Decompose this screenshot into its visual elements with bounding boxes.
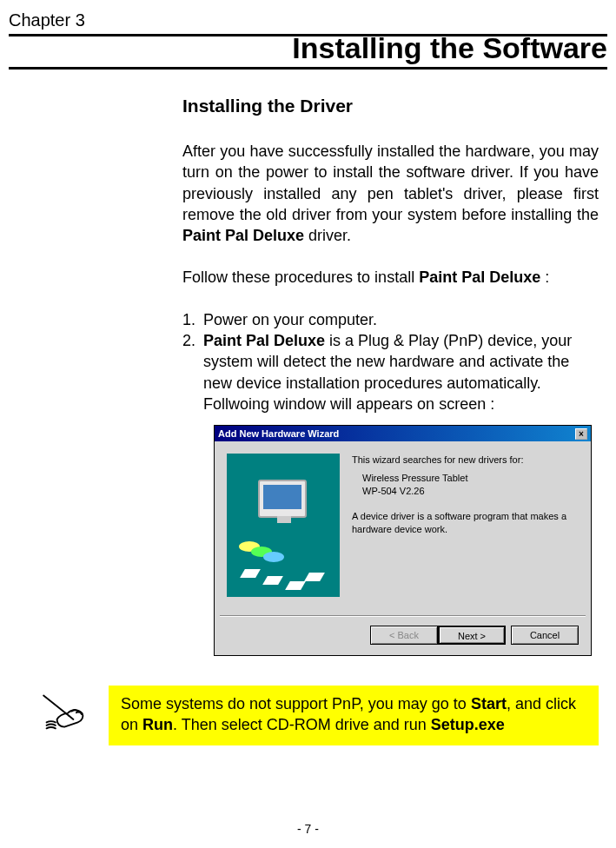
monitor-icon	[258, 480, 307, 518]
wizard-line1: This wizard searches for new drivers for…	[352, 454, 579, 467]
wizard-device1: Wireless Pressure Tablet	[362, 472, 579, 485]
divider-under-title	[9, 67, 607, 70]
wizard-illustration	[227, 454, 340, 597]
wizard-device2: WP-504 V2.26	[362, 485, 579, 498]
writing-hand-icon	[39, 691, 91, 732]
step-1-num: 1.	[182, 309, 203, 330]
wizard-body: This wizard searches for new drivers for…	[215, 441, 591, 615]
wizard-title-text: Add New Hardware Wizard	[218, 428, 339, 439]
intro-p2-bold: Paint Pal Deluxe	[419, 268, 540, 286]
step-2-num: 2.	[182, 330, 203, 414]
note-row: Some systems do not support PnP, you may…	[9, 686, 607, 745]
note-hand-icon-container	[9, 686, 109, 736]
steps-list: 1. Power on your computer. 2. Paint Pal …	[182, 309, 599, 414]
step-2-text: Paint Pal Deluxe is a Plug & Play (PnP) …	[203, 330, 599, 414]
shape-icon	[262, 576, 283, 585]
shape-icon	[304, 573, 325, 581]
intro-p1-text: After you have successfully installed th…	[182, 142, 599, 223]
intro-p2-end: :	[540, 268, 549, 286]
chapter-title: Installing the Software	[9, 31, 607, 65]
step-2: 2. Paint Pal Deluxe is a Plug & Play (Pn…	[182, 330, 599, 414]
step-1: 1. Power on your computer.	[182, 309, 599, 330]
step-2-bold: Paint Pal Deluxe	[203, 332, 325, 349]
shape-icon	[285, 581, 306, 590]
step-1-text: Power on your computer.	[203, 309, 599, 330]
intro-paragraph-1: After you have successfully installed th…	[182, 141, 599, 246]
close-icon[interactable]: ×	[575, 428, 587, 440]
back-button: < Back	[370, 626, 438, 645]
note-box: Some systems do not support PnP, you may…	[109, 686, 599, 745]
section-heading: Installing the Driver	[182, 96, 599, 116]
wizard-window: Add New Hardware Wizard ×	[214, 425, 592, 656]
disc-icon	[263, 552, 284, 562]
chapter-label: Chapter 3	[9, 10, 607, 30]
wizard-titlebar: Add New Hardware Wizard ×	[215, 426, 591, 441]
note-b1: Start	[471, 695, 507, 712]
note-b2: Run	[142, 716, 173, 733]
wizard-screenshot: Add New Hardware Wizard ×	[214, 425, 592, 656]
intro-p2-pre: Follow these procedures to install	[182, 268, 419, 286]
note-b3: Setup.exe	[431, 716, 505, 733]
wizard-button-row: < Back Next > Cancel	[215, 617, 591, 655]
intro-p1-end: driver.	[304, 227, 351, 244]
intro-paragraph-2: Follow these procedures to install Paint…	[182, 267, 599, 288]
next-button[interactable]: Next >	[438, 626, 506, 645]
intro-p1-bold: Paint Pal Deluxe	[182, 227, 304, 244]
wizard-line2: A device driver is a software program th…	[352, 510, 579, 536]
page-number: - 7 -	[0, 822, 616, 836]
shape-icon	[240, 569, 261, 578]
note-t1: Some systems do not support PnP, you may…	[121, 695, 471, 712]
wizard-text-panel: This wizard searches for new drivers for…	[340, 454, 579, 608]
cancel-button[interactable]: Cancel	[511, 626, 579, 645]
note-t3: . Then select CD-ROM drive and run	[173, 716, 431, 733]
